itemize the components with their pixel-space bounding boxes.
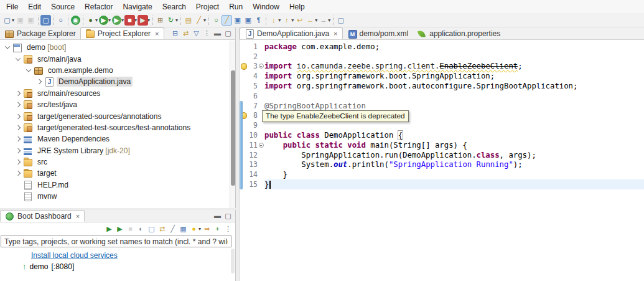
- maximize-icon[interactable]: ▢: [223, 28, 233, 39]
- search-icon[interactable]: ○: [55, 15, 66, 26]
- menu-search[interactable]: Search: [157, 0, 191, 13]
- relaunch-dropdown[interactable]: ▾: [147, 17, 150, 23]
- open-config-icon[interactable]: ╱: [167, 224, 178, 234]
- debug-dropdown[interactable]: ▾: [95, 17, 98, 23]
- debug-icon[interactable]: ●: [85, 15, 96, 26]
- open-console-icon[interactable]: ▢: [146, 224, 157, 234]
- start-icon[interactable]: ▶: [104, 224, 114, 234]
- stop-dropdown[interactable]: ▾: [134, 17, 137, 23]
- tree-item-src-main-java[interactable]: src/main/java: [0, 53, 230, 64]
- tab-boot-dashboard[interactable]: Boot Dashboard ×: [0, 210, 85, 222]
- tree-item-demo[interactable]: demo [boot]: [0, 42, 230, 53]
- filters-icon[interactable]: ▽: [191, 28, 202, 39]
- update-maven-project-dropdown[interactable]: ▾: [175, 17, 178, 23]
- collapse-all-icon[interactable]: ⊟: [170, 28, 180, 39]
- close-icon[interactable]: ×: [76, 212, 80, 220]
- close-icon[interactable]: ×: [155, 30, 159, 37]
- mark-occurrences-icon[interactable]: ╱: [222, 15, 232, 26]
- tab-demo-pom-xml[interactable]: demo/pom.xml: [343, 27, 413, 39]
- menu-edit[interactable]: Edit: [23, 0, 46, 13]
- tree-item-src[interactable]: src: [0, 156, 230, 168]
- toggle-highlight-dropdown[interactable]: ▾: [203, 17, 206, 23]
- fold-marker-icon[interactable]: [258, 64, 264, 69]
- menu-window[interactable]: Window: [248, 0, 284, 13]
- relaunch-icon[interactable]: ▶: [138, 15, 148, 26]
- tab-project-explorer[interactable]: Project Explorer×: [80, 27, 164, 39]
- chevron-closed-icon[interactable]: [37, 79, 42, 84]
- maximize-icon[interactable]: ▢: [223, 211, 233, 221]
- tab-application-properties[interactable]: application.properties: [413, 27, 505, 39]
- menu-navigate[interactable]: Navigate: [118, 0, 157, 13]
- new-java-project-icon[interactable]: ⊞: [155, 15, 166, 26]
- update-maven-project-icon[interactable]: ↻: [166, 15, 176, 26]
- chevron-open-icon[interactable]: [16, 55, 21, 60]
- start-with-profile-icon[interactable]: ▶: [114, 224, 125, 234]
- previous-annotation-dropdown[interactable]: ▾: [291, 17, 294, 23]
- menu-file[interactable]: File: [1, 0, 23, 13]
- chevron-closed-icon[interactable]: [16, 136, 21, 141]
- boot-scrollbar[interactable]: [231, 249, 235, 274]
- add-target-icon[interactable]: +: [212, 224, 223, 234]
- chevron-closed-icon[interactable]: [16, 125, 21, 130]
- filter-icon[interactable]: ⇒: [202, 224, 212, 234]
- tree-item-target-generated-sources-annotations[interactable]: target/generated-sources/annotations: [0, 110, 230, 121]
- minimize-icon[interactable]: ▬: [212, 211, 223, 221]
- menu-refactor[interactable]: Refactor: [80, 0, 118, 13]
- tab-demoapplication-java[interactable]: DemoApplication.java×: [240, 27, 343, 39]
- chevron-closed-icon[interactable]: [16, 91, 21, 96]
- tree-item-target-generated-test-sources-test-annotations[interactable]: target/generated-test-sources/test-annot…: [0, 122, 230, 133]
- tree-item-com-example-demo[interactable]: com.example.demo: [0, 65, 230, 76]
- menu-source[interactable]: Source: [46, 0, 80, 13]
- tree-item-src-test-java[interactable]: src/test/java: [0, 99, 230, 110]
- view-menu-icon[interactable]: ⋮: [223, 224, 233, 234]
- tree-item-help-md[interactable]: HELP.md: [0, 179, 230, 191]
- chevron-closed-icon[interactable]: [16, 113, 21, 118]
- last-edit-location-icon[interactable]: ↩: [294, 15, 305, 26]
- open-console-icon[interactable]: ▢: [40, 15, 51, 26]
- boot-hints-icon[interactable]: ●: [189, 224, 199, 234]
- tree-scrollbar[interactable]: [230, 40, 235, 208]
- tree-item-jre-system-library[interactable]: JRE System Library [jdk-20]: [0, 145, 230, 156]
- open-declaration-icon[interactable]: ▣: [243, 15, 253, 26]
- forward-icon[interactable]: →: [318, 15, 329, 26]
- open-properties-icon[interactable]: ▦: [178, 224, 189, 234]
- run-dropdown[interactable]: ▾: [108, 17, 111, 23]
- show-annotations-icon[interactable]: ▣: [232, 15, 243, 26]
- tree-item-mvnw[interactable]: mvnw: [0, 191, 230, 202]
- tree-scrollbar-thumb[interactable]: [231, 70, 235, 186]
- link-with-editor-icon[interactable]: ⇄: [180, 28, 191, 39]
- boot-app-demo[interactable]: ↑ demo [:8080]: [0, 260, 235, 271]
- run-icon[interactable]: ▶: [99, 16, 108, 25]
- tab-package-explorer[interactable]: Package Explorer: [0, 27, 80, 39]
- minimize-icon[interactable]: ▬: [212, 28, 223, 39]
- view-menu-icon[interactable]: ⋮: [202, 28, 212, 39]
- next-annotation-dropdown[interactable]: ▾: [278, 17, 281, 23]
- redeploy-icon[interactable]: ⇄: [157, 224, 167, 234]
- pause-icon[interactable]: ◐: [136, 224, 146, 234]
- chevron-closed-icon[interactable]: [16, 102, 21, 107]
- back-icon[interactable]: ←: [305, 15, 315, 26]
- forward-dropdown[interactable]: ▾: [328, 17, 330, 23]
- show-whitespace-icon[interactable]: ¶: [253, 15, 264, 26]
- chevron-closed-icon[interactable]: [16, 171, 21, 176]
- install-cloud-services-link[interactable]: Install local cloud services: [31, 251, 118, 260]
- close-icon[interactable]: ×: [334, 30, 337, 37]
- new-wizard-dropdown[interactable]: ▾: [12, 17, 14, 23]
- previous-annotation-icon[interactable]: ↑: [281, 15, 292, 26]
- chevron-closed-icon[interactable]: [16, 148, 21, 153]
- new-wizard-icon[interactable]: ▢: [2, 15, 12, 26]
- chevron-open-icon[interactable]: [26, 67, 31, 72]
- tree-item-demoapplication-java[interactable]: DemoApplication.java: [0, 76, 230, 87]
- toggle-highlight-icon[interactable]: ╱: [194, 15, 204, 26]
- tree-item-maven-dependencies[interactable]: Maven Dependencies: [0, 133, 230, 145]
- fold-marker-icon[interactable]: [258, 143, 264, 148]
- stop-icon[interactable]: ■: [124, 15, 135, 26]
- run-coverage-dropdown[interactable]: ▾: [121, 17, 124, 23]
- plugin-search-icon[interactable]: ○: [211, 15, 222, 26]
- back-dropdown[interactable]: ▾: [315, 17, 317, 23]
- new-untitled-file-icon[interactable]: ▢: [335, 15, 346, 26]
- next-annotation-icon[interactable]: ↓: [268, 15, 279, 26]
- menu-run[interactable]: Run: [224, 0, 248, 13]
- tree-item-src-main-resources[interactable]: src/main/resources: [0, 88, 230, 99]
- chevron-closed-icon[interactable]: [16, 160, 21, 164]
